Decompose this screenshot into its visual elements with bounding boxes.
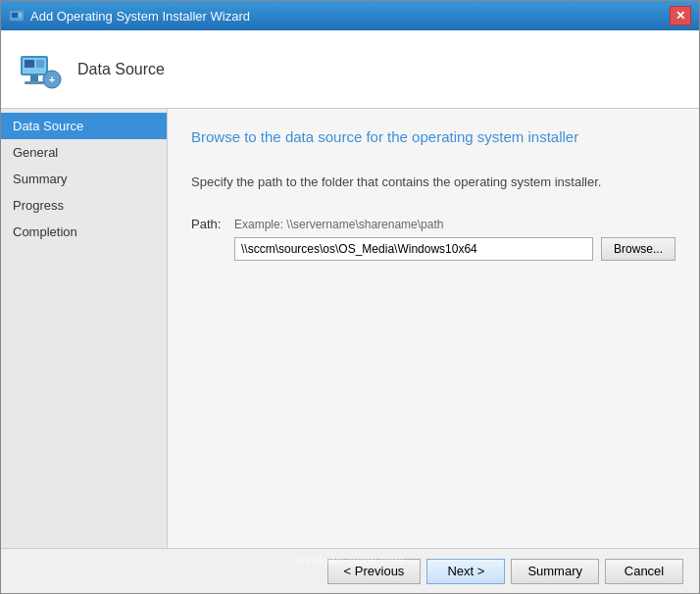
browse-button[interactable]: Browse... — [601, 237, 675, 261]
path-input[interactable] — [234, 237, 593, 261]
header-area: + Data Source — [1, 30, 699, 109]
sidebar: Data Source General Summary Progress Com… — [1, 109, 168, 548]
sidebar-item-general[interactable]: General — [1, 139, 167, 166]
path-label: Path: — [191, 217, 226, 231]
description-text: Specify the path to the folder that cont… — [191, 174, 675, 189]
app-icon — [9, 8, 25, 24]
title-bar-text: Add Operating System Installer Wizard — [30, 9, 250, 24]
close-button[interactable]: ✕ — [670, 6, 691, 25]
sidebar-item-summary[interactable]: Summary — [1, 166, 167, 192]
previous-button[interactable]: < Previous — [327, 559, 422, 584]
svg-rect-1 — [12, 13, 18, 18]
next-button[interactable]: Next > — [426, 559, 505, 584]
content-area: Data Source General Summary Progress Com… — [1, 109, 699, 548]
sidebar-item-completion[interactable]: Completion — [1, 219, 167, 245]
cancel-button[interactable]: Cancel — [605, 559, 683, 584]
sidebar-item-data-source[interactable]: Data Source — [1, 113, 167, 139]
header-title: Data Source — [77, 61, 165, 78]
svg-rect-8 — [25, 81, 44, 84]
title-bar: Add Operating System Installer Wizard ✕ — [1, 1, 699, 30]
svg-text:+: + — [49, 74, 55, 85]
svg-rect-7 — [30, 75, 38, 81]
svg-rect-2 — [19, 13, 22, 18]
main-heading: Browse to the data source for the operat… — [191, 128, 675, 145]
header-icon: + — [17, 46, 64, 93]
main-panel: Browse to the data source for the operat… — [168, 109, 699, 548]
path-input-row: Browse... — [234, 237, 675, 261]
svg-rect-6 — [36, 60, 44, 68]
wizard-window: Add Operating System Installer Wizard ✕ … — [0, 0, 700, 594]
footer: < Previous Next > Summary Cancel windows… — [1, 548, 699, 593]
summary-button[interactable]: Summary — [511, 559, 599, 584]
title-bar-left: Add Operating System Installer Wizard — [9, 8, 250, 24]
svg-rect-5 — [25, 60, 34, 68]
sidebar-item-progress[interactable]: Progress — [1, 192, 167, 219]
path-example: Example: \\servername\sharename\path — [234, 218, 675, 231]
path-row: Path: Example: \\servername\sharename\pa… — [191, 217, 675, 231]
